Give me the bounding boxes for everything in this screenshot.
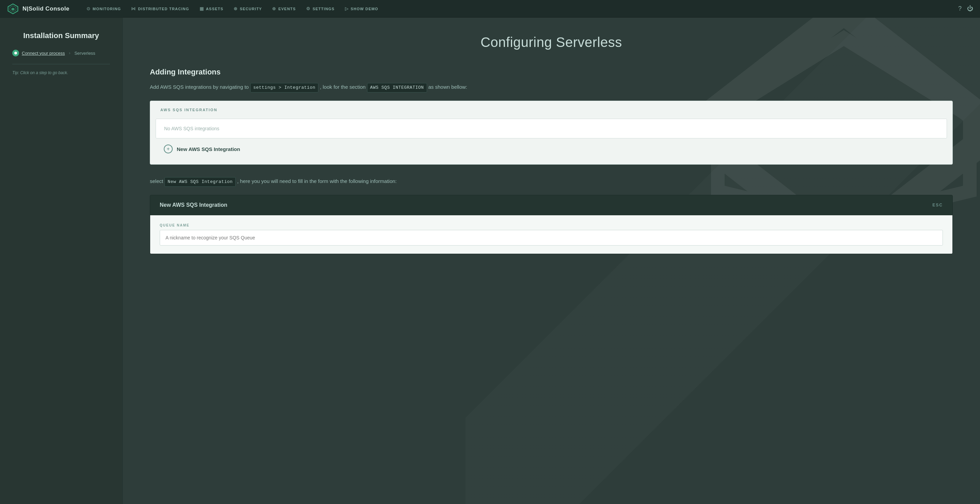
nav-item-distributed-tracing[interactable]: ⋈ DISTRIBUTED TRACING [126,4,194,13]
integration-demo-box: AWS SQS INTEGRATION No AWS SQS integrati… [150,101,953,165]
step-label-serverless: Serverless [74,51,95,56]
app-name-text: N|Solid Console [22,5,70,12]
nav-item-settings-label: SETTINGS [313,7,335,11]
form-body: QUEUE NAME [150,215,952,254]
nav-item-assets-label: ASSETS [206,7,223,11]
plus-icon: + [164,144,173,154]
nav-code: settings > Integration [250,83,319,92]
nav-item-monitoring[interactable]: ⊙ MONITORING [82,4,126,13]
nav-items-group: ⊙ MONITORING ⋈ DISTRIBUTED TRACING ▦ ASS… [82,4,958,13]
nav-item-security[interactable]: ⊛ SECURITY [229,4,267,13]
events-icon: ⊕ [272,6,276,11]
sidebar-step-serverless[interactable]: Serverless [74,51,95,56]
nav-item-security-label: SECURITY [240,7,262,11]
form-box-title: New AWS SQS Integration [160,202,228,208]
page-title: Configuring Serverless [150,35,953,50]
main-content: Configuring Serverless Adding Integratio… [123,18,980,504]
content-inner: Configuring Serverless Adding Integratio… [123,18,980,274]
app-logo[interactable]: N|Solid Console [7,3,70,15]
select-text-after: , here you you will need to fill in the … [237,178,397,184]
form-field-label: QUEUE NAME [160,223,943,227]
security-icon: ⊛ [234,6,238,11]
intro-text-before: Add AWS SQS integrations by navigating t… [150,84,248,90]
main-layout: Installation Summary Connect your proces… [0,18,980,504]
new-integration-label: New AWS SQS Integration [177,146,240,152]
show-demo-icon: ▷ [345,6,349,11]
sidebar-divider [12,64,110,64]
settings-icon: ⚙ [306,6,310,11]
step-label-connect: Connect your process [22,51,65,56]
select-paragraph: select New AWS SQS Integration , here yo… [150,177,953,187]
monitoring-icon: ⊙ [86,6,91,11]
help-button[interactable]: ? [958,5,962,12]
nav-item-assets[interactable]: ▦ ASSETS [195,4,228,13]
nav-item-events-label: EVENTS [278,7,296,11]
nav-item-distributed-tracing-label: DISTRIBUTED TRACING [138,7,189,11]
integration-empty-text: No AWS SQS integrations [156,119,947,138]
intro-text-middle: , look for the section [320,84,365,90]
section-title: Adding Integrations [150,68,953,76]
nav-item-monitoring-label: MONITORING [92,7,121,11]
sidebar-tip: Tip: Click on a step to go back. [12,70,110,75]
sidebar-step-connect[interactable]: Connect your process [12,50,65,57]
sidebar: Installation Summary Connect your proces… [0,18,123,504]
step-separator: › [69,51,70,55]
form-esc-button[interactable]: ESC [932,203,943,208]
integration-box-header: AWS SQS INTEGRATION [150,101,952,115]
top-nav: N|Solid Console ⊙ MONITORING ⋈ DISTRIBUT… [0,0,980,18]
form-box-header: New AWS SQS Integration ESC [150,195,952,215]
svg-marker-2 [11,8,14,11]
sidebar-steps: Connect your process › Serverless [12,50,110,57]
nav-item-events[interactable]: ⊕ EVENTS [267,4,300,13]
section-code: AWS SQS INTEGRATION [367,83,427,92]
intro-paragraph: Add AWS SQS integrations by navigating t… [150,82,953,92]
select-text-before: select [150,178,163,184]
nav-item-settings[interactable]: ⚙ SETTINGS [301,4,339,13]
power-button[interactable]: ⏻ [967,5,973,12]
new-integration-row[interactable]: + New AWS SQS Integration [156,139,947,159]
form-box: New AWS SQS Integration ESC QUEUE NAME [150,195,953,254]
nav-right-actions: ? ⏻ [958,5,973,12]
integration-box-body: No AWS SQS integrations + New AWS SQS In… [150,115,952,164]
logo-icon [7,3,19,15]
queue-name-input[interactable] [160,230,943,246]
step-dot-inner-connect [14,52,17,54]
step-dot-connect [12,50,19,57]
assets-icon: ▦ [200,6,204,11]
sidebar-title: Installation Summary [12,31,110,40]
distributed-tracing-icon: ⋈ [131,6,136,11]
nav-item-show-demo[interactable]: ▷ SHOW DEMO [340,4,383,13]
intro-text-after: as shown bellow: [428,84,467,90]
select-code: New AWS SQS Integration [164,177,235,187]
nav-item-show-demo-label: SHOW DEMO [351,7,378,11]
